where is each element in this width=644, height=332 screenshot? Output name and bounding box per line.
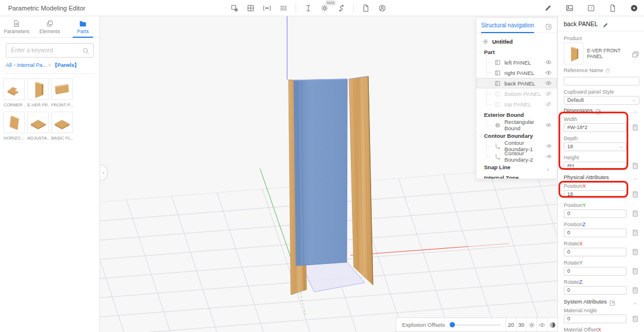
eye-icon[interactable] xyxy=(546,122,552,128)
part-item[interactable]: E-VER FR... xyxy=(27,78,51,108)
tree-item-label: Rectangular Bound xyxy=(504,119,546,131)
slider-knob[interactable] xyxy=(450,322,455,327)
expand-section-icon[interactable] xyxy=(609,298,615,305)
tree-section-label: Exterior Bound xyxy=(484,112,524,118)
breadcrumb-item[interactable]: 【Panels】 xyxy=(52,62,80,68)
eye-off-icon[interactable] xyxy=(545,90,552,97)
maximize-icon[interactable] xyxy=(545,22,552,29)
calculator-icon[interactable] xyxy=(631,286,639,295)
caret-down-icon xyxy=(478,133,483,138)
gear-icon[interactable] xyxy=(526,318,536,331)
search-box xyxy=(6,43,94,58)
eye-icon[interactable] xyxy=(546,153,552,160)
3d-viewport[interactable]: Structural navigation UntitledPartleft P… xyxy=(100,16,557,332)
dark-gear-icon[interactable] xyxy=(630,4,638,12)
chevron-up-icon[interactable] xyxy=(632,298,638,304)
calculator-icon[interactable] xyxy=(631,190,639,199)
tab-elements[interactable]: Elements xyxy=(33,16,66,37)
document-icon[interactable] xyxy=(362,4,370,12)
panel-collapse-handle[interactable]: › xyxy=(547,166,549,173)
section-header-physical-attributes[interactable]: Physical Attributes xyxy=(564,174,639,180)
search-input[interactable] xyxy=(6,43,94,58)
component-grid-icon[interactable] xyxy=(247,4,255,12)
field-value-input[interactable]: 0 xyxy=(564,286,627,295)
field-value-input[interactable]: 0 xyxy=(564,248,627,256)
calculator-icon[interactable] xyxy=(631,123,639,132)
chevron-up-icon[interactable] xyxy=(632,174,638,180)
spline-icon[interactable] xyxy=(337,4,345,12)
edit-pencil-icon[interactable] xyxy=(544,4,552,12)
assembly-settings-icon[interactable] xyxy=(230,4,239,12)
contrast-icon[interactable] xyxy=(547,318,557,331)
section-header-system-attributes[interactable]: System Attributes xyxy=(564,298,639,305)
field-value-input[interactable]: 0 xyxy=(564,267,627,276)
field-value-input[interactable]: 0 xyxy=(564,209,627,218)
breadcrumb-item[interactable]: All xyxy=(6,62,12,68)
parameters-icon xyxy=(13,19,20,27)
field-value-input[interactable]: 18 xyxy=(564,190,627,199)
tree-item-left-panel[interactable]: left PANEL xyxy=(476,57,557,67)
help-icon[interactable]: ? xyxy=(587,4,595,12)
product-row[interactable]: E-VER FRONT PANEL xyxy=(564,42,639,65)
tree-section-internal-zone[interactable]: Internal Zone xyxy=(476,172,557,179)
field-value-input[interactable]: 18 xyxy=(564,142,627,151)
tree-item-top-panel[interactable]: top PANEL xyxy=(476,99,557,109)
contour-icon xyxy=(494,143,501,149)
cupboard-style-select[interactable]: Default xyxy=(564,96,639,105)
reference-name-input[interactable] xyxy=(564,77,639,85)
explosion-offset-30-button[interactable]: 30 xyxy=(516,318,526,331)
calculator-icon[interactable] xyxy=(631,267,639,276)
part-item[interactable]: HORIZO... xyxy=(3,112,27,141)
eye-icon[interactable] xyxy=(545,80,552,87)
eye-off-icon[interactable] xyxy=(545,101,552,108)
explosion-offset-slider[interactable] xyxy=(450,322,501,329)
field-value-input[interactable]: #W-18*2 xyxy=(564,123,627,132)
calculator-icon[interactable] xyxy=(631,229,639,237)
tree-section-part[interactable]: Part xyxy=(476,47,557,57)
edit-name-icon[interactable] xyxy=(602,20,609,27)
explosion-offset-20-button[interactable]: 20 xyxy=(506,318,516,331)
section-header-dimensions[interactable]: Dimensions xyxy=(564,107,639,113)
user-circle-icon[interactable] xyxy=(378,4,386,12)
field-value-input[interactable]: #H xyxy=(564,162,627,170)
eye-icon[interactable] xyxy=(545,69,552,76)
file-icon[interactable] xyxy=(609,4,617,12)
calculator-icon[interactable] xyxy=(631,162,639,170)
y-axis xyxy=(260,169,293,263)
tab-parameters[interactable]: Parameters xyxy=(0,16,33,37)
eye-icon[interactable] xyxy=(546,142,552,149)
chevron-up-icon[interactable] xyxy=(632,107,638,113)
field-value-input[interactable]: 0 xyxy=(564,229,627,237)
tree-root-untitled[interactable]: Untitled xyxy=(476,36,557,47)
fit-dimension-icon[interactable] xyxy=(263,4,271,12)
tree-item-right-panel[interactable]: right PANEL xyxy=(476,67,557,78)
expand-section-icon[interactable] xyxy=(595,107,602,113)
calculator-icon[interactable] xyxy=(631,315,639,323)
calculator-icon[interactable] xyxy=(631,248,639,256)
part-item[interactable]: CORNER ... xyxy=(3,78,27,108)
eye-icon[interactable] xyxy=(545,59,552,66)
part-item[interactable]: BASIC FL... xyxy=(51,112,75,141)
part-item[interactable]: FRONT P... xyxy=(51,78,75,108)
field-value-input[interactable]: 0 xyxy=(564,315,627,323)
tree-item-contour-boundary-2[interactable]: Contour Boundary-2 xyxy=(476,151,557,162)
product-library-icon[interactable] xyxy=(632,50,639,58)
gear-icon[interactable]: beta xyxy=(321,4,329,12)
calculator-icon[interactable] xyxy=(631,209,639,218)
breadcrumb[interactable]: All>Internal Pa...>【Panels】 xyxy=(6,62,94,74)
tree-item-back-panel[interactable]: back PANEL xyxy=(476,78,557,88)
search-icon xyxy=(82,47,90,54)
list-settings-icon[interactable] xyxy=(279,4,287,12)
eye-icon[interactable] xyxy=(536,318,547,331)
tree-section-snap-line[interactable]: Snap Line xyxy=(476,162,557,172)
breadcrumb-item[interactable]: Internal Pa... xyxy=(17,62,47,68)
tree-item-bottom-panel[interactable]: Bottom PANEL xyxy=(476,88,557,99)
tab-label: Parameters xyxy=(4,28,30,34)
tab-parts[interactable]: Parts xyxy=(66,16,99,37)
image-icon[interactable] xyxy=(565,4,574,12)
structural-navigation-title[interactable]: Structural navigation xyxy=(481,22,534,28)
part-item[interactable]: ADJUSTA... xyxy=(27,112,51,141)
section-title: Dimensions xyxy=(564,107,593,113)
vertical-dimension-icon[interactable] xyxy=(304,4,312,12)
tree-item-rectangular-bound[interactable]: Rectangular Bound xyxy=(476,120,557,130)
